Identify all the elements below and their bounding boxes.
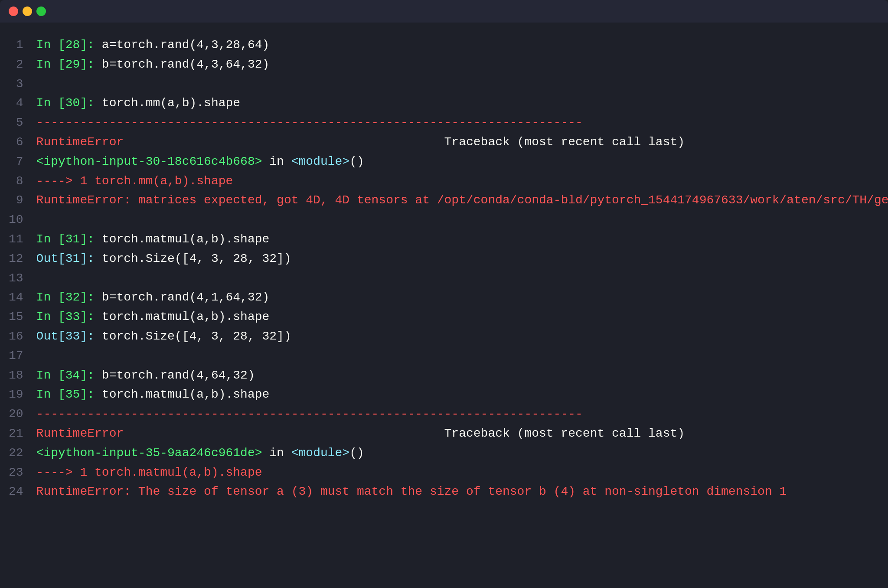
code-segment: RuntimeError	[36, 427, 124, 440]
code-line: 18In [34]: b=torch.rand(4,64,32)	[9, 366, 888, 385]
code-line: 24RuntimeError: The size of tensor a (3)…	[9, 482, 888, 502]
code-segment: b=torch.rand(4,1,64,32)	[102, 291, 269, 304]
code-segment: in	[262, 155, 291, 168]
code-line: 5---------------------------------------…	[9, 113, 888, 133]
code-line: 19In [35]: torch.matmul(a,b).shape	[9, 385, 888, 405]
minimize-button[interactable]	[23, 7, 32, 16]
code-segment: torch.mm(a,b).shape	[102, 96, 240, 110]
code-segment: b=torch.rand(4,64,32)	[102, 369, 255, 382]
code-segment: In [34]:	[36, 369, 102, 382]
code-segment: Traceback (most recent call last)	[124, 135, 685, 149]
line-number: 12	[9, 249, 36, 269]
code-segment: ----------------------------------------…	[36, 407, 583, 421]
code-line: 4In [30]: torch.mm(a,b).shape	[9, 94, 888, 113]
code-segment: torch.Size([4, 3, 28, 32])	[102, 330, 291, 343]
code-line: 14In [32]: b=torch.rand(4,1,64,32)	[9, 288, 888, 307]
maximize-button[interactable]	[36, 7, 46, 16]
line-content	[36, 346, 888, 366]
code-segment: in	[262, 446, 291, 460]
line-number: 21	[9, 424, 36, 444]
line-number: 20	[9, 405, 36, 424]
line-content: In [35]: torch.matmul(a,b).shape	[36, 385, 888, 405]
line-content: ----------------------------------------…	[36, 113, 888, 133]
titlebar	[0, 0, 888, 23]
code-line: 22<ipython-input-35-9aa246c961de> in <mo…	[9, 444, 888, 463]
line-number: 6	[9, 133, 36, 152]
line-number: 7	[9, 152, 36, 172]
line-content: ----------------------------------------…	[36, 405, 888, 424]
code-line: 17	[9, 346, 888, 366]
code-segment: ----> 1 torch.matmul(a,b).shape	[36, 466, 262, 479]
code-segment: RuntimeError	[36, 135, 124, 149]
code-segment: ----------------------------------------…	[36, 116, 583, 129]
line-content: RuntimeError Traceback (most recent call…	[36, 133, 888, 152]
code-segment: In [35]:	[36, 388, 102, 401]
code-line: 6RuntimeError Traceback (most recent cal…	[9, 133, 888, 152]
line-content: <ipython-input-35-9aa246c961de> in <modu…	[36, 444, 888, 463]
code-line: 7<ipython-input-30-18c616c4b668> in <mod…	[9, 152, 888, 172]
code-segment: ()	[349, 446, 364, 460]
line-content: Out[33]: torch.Size([4, 3, 28, 32])	[36, 327, 888, 346]
code-area: 1In [28]: a=torch.rand(4,3,28,64)2In [29…	[0, 23, 888, 588]
line-number: 1	[9, 36, 36, 55]
line-number: 11	[9, 230, 36, 249]
close-button[interactable]	[9, 7, 18, 16]
code-segment: torch.matmul(a,b).shape	[102, 388, 269, 401]
code-line: 21RuntimeError Traceback (most recent ca…	[9, 424, 888, 444]
line-content: In [34]: b=torch.rand(4,64,32)	[36, 366, 888, 385]
code-segment: torch.matmul(a,b).shape	[102, 232, 269, 246]
line-content: In [32]: b=torch.rand(4,1,64,32)	[36, 288, 888, 307]
line-content: ----> 1 torch.matmul(a,b).shape	[36, 463, 888, 483]
line-number: 17	[9, 346, 36, 366]
app-window: 1In [28]: a=torch.rand(4,3,28,64)2In [29…	[0, 0, 888, 588]
code-line: 9RuntimeError: matrices expected, got 4D…	[9, 191, 888, 210]
line-content	[36, 210, 888, 230]
line-content: In [28]: a=torch.rand(4,3,28,64)	[36, 36, 888, 55]
code-segment: In [30]:	[36, 96, 102, 110]
code-segment: RuntimeError: matrices expected, got 4D,…	[36, 193, 888, 207]
line-content: In [33]: torch.matmul(a,b).shape	[36, 307, 888, 327]
code-segment: In [28]:	[36, 38, 102, 52]
line-number: 4	[9, 94, 36, 113]
line-content: In [31]: torch.matmul(a,b).shape	[36, 230, 888, 249]
line-number: 16	[9, 327, 36, 346]
line-content: In [30]: torch.mm(a,b).shape	[36, 94, 888, 113]
line-number: 15	[9, 307, 36, 327]
line-number: 19	[9, 385, 36, 405]
line-content	[36, 75, 888, 94]
line-number: 5	[9, 113, 36, 133]
code-segment: a=torch.rand(4,3,28,64)	[102, 38, 269, 52]
line-content: In [29]: b=torch.rand(4,3,64,32)	[36, 55, 888, 75]
code-segment: In [33]:	[36, 310, 102, 323]
code-line: 23----> 1 torch.matmul(a,b).shape	[9, 463, 888, 483]
code-line: 1In [28]: a=torch.rand(4,3,28,64)	[9, 36, 888, 55]
line-number: 8	[9, 172, 36, 191]
code-segment: ----> 1 torch.mm(a,b).shape	[36, 174, 233, 188]
line-content: RuntimeError Traceback (most recent call…	[36, 424, 888, 444]
code-line: 16Out[33]: torch.Size([4, 3, 28, 32])	[9, 327, 888, 346]
line-number: 18	[9, 366, 36, 385]
code-segment: Out[31]:	[36, 252, 102, 265]
code-line: 2In [29]: b=torch.rand(4,3,64,32)	[9, 55, 888, 75]
line-number: 10	[9, 210, 36, 230]
code-line: 12Out[31]: torch.Size([4, 3, 28, 32])	[9, 249, 888, 269]
line-content	[36, 269, 888, 288]
code-line: 8----> 1 torch.mm(a,b).shape	[9, 172, 888, 191]
line-number: 23	[9, 463, 36, 483]
code-segment: <module>	[291, 155, 349, 168]
code-line: 11In [31]: torch.matmul(a,b).shape	[9, 230, 888, 249]
line-content: ----> 1 torch.mm(a,b).shape	[36, 172, 888, 191]
code-segment: ()	[349, 155, 364, 168]
line-number: 13	[9, 269, 36, 288]
line-number: 9	[9, 191, 36, 210]
line-number: 22	[9, 444, 36, 463]
line-number: 14	[9, 288, 36, 307]
code-segment: Out[33]:	[36, 330, 102, 343]
code-segment: torch.Size([4, 3, 28, 32])	[102, 252, 291, 265]
line-number: 3	[9, 75, 36, 94]
code-segment: Traceback (most recent call last)	[124, 427, 685, 440]
code-segment: b=torch.rand(4,3,64,32)	[102, 58, 269, 71]
code-segment: In [29]:	[36, 58, 102, 71]
line-content: RuntimeError: matrices expected, got 4D,…	[36, 191, 888, 210]
line-number: 24	[9, 482, 36, 502]
